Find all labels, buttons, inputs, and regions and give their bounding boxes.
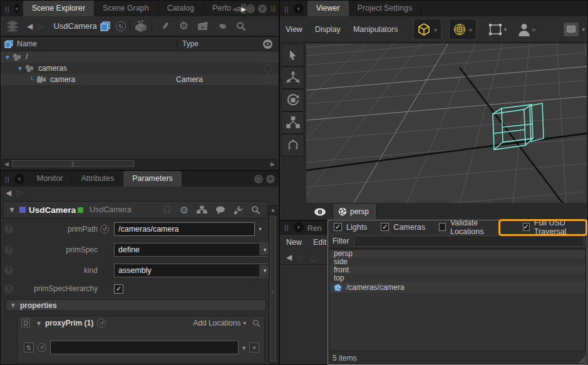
- marquee-select-icon[interactable]: [488, 23, 503, 36]
- reset-icon[interactable]: ↺: [97, 319, 106, 327]
- reset-icon[interactable]: ↺: [100, 225, 109, 234]
- pencil-icon[interactable]: [160, 21, 170, 31]
- filter-input[interactable]: [354, 235, 584, 247]
- orbit-tool-icon[interactable]: [281, 134, 304, 157]
- tree-row-camera[interactable]: └ camera Camera: [1, 74, 279, 85]
- cameras-checkbox[interactable]: ✓: [381, 223, 389, 231]
- search-icon[interactable]: [252, 319, 260, 327]
- nav-up-icon[interactable]: △: [310, 253, 316, 262]
- camera-view-tab[interactable]: persp: [333, 203, 377, 219]
- current-node-name[interactable]: UsdCamera: [53, 21, 96, 31]
- menu-view[interactable]: View: [280, 25, 308, 34]
- nav-forward-icon[interactable]: ▷: [298, 253, 304, 262]
- layers-icon[interactable]: [6, 21, 19, 32]
- search-icon[interactable]: [236, 21, 246, 31]
- panel-menu-icon[interactable]: ▼: [294, 222, 304, 232]
- horizontal-scrollbar[interactable]: ◀ || ▶: [2, 159, 277, 168]
- kind-dropdown[interactable]: assembly ▾: [114, 264, 272, 277]
- open-box-icon[interactable]: [134, 20, 148, 32]
- scrollbar-thumb[interactable]: ||: [12, 160, 134, 167]
- collapse-icon[interactable]: ▼: [10, 302, 16, 309]
- refresh-icon[interactable]: ↻: [116, 21, 126, 31]
- param-forward-icon[interactable]: ▷: [14, 188, 24, 197]
- expander-chevrons[interactable]: »: [433, 26, 437, 33]
- collapse-icon[interactable]: ▼: [36, 320, 42, 327]
- add-locations-button[interactable]: Add Locations ▾: [193, 319, 246, 327]
- param-back-icon[interactable]: ◀: [3, 188, 14, 197]
- visibility-toggle[interactable]: [264, 53, 272, 61]
- search-icon[interactable]: [251, 205, 260, 215]
- reset-icon[interactable]: ↺: [38, 343, 46, 352]
- reorder-stepper-icon[interactable]: ⇅: [24, 342, 34, 352]
- visibility-column-icon[interactable]: [256, 39, 279, 49]
- panel-menu-icon[interactable]: ▼: [294, 4, 304, 14]
- expand-arrow-icon[interactable]: ▼: [4, 54, 11, 61]
- caret-down-icon[interactable]: ▾: [504, 26, 507, 33]
- scroll-up-icon[interactable]: ▲: [269, 206, 277, 215]
- default-badge[interactable]: D: [21, 319, 30, 327]
- close-panel-icon[interactable]: ✕: [258, 4, 267, 13]
- rotate-tool-icon[interactable]: [281, 89, 304, 111]
- tab-render-fragment[interactable]: Ren: [307, 224, 322, 235]
- history-forward-icon[interactable]: ▷: [35, 22, 46, 31]
- menu-manipulators[interactable]: Manipulators: [348, 25, 404, 34]
- list-item-side[interactable]: side: [329, 258, 585, 266]
- panel-menu-icon[interactable]: ▼: [14, 174, 24, 184]
- resize-grip-icon[interactable]: [578, 356, 585, 363]
- tab-scene-graph[interactable]: Scene Graph: [94, 1, 158, 16]
- person-icon[interactable]: [518, 23, 530, 36]
- param-help-icon[interactable]: ?: [4, 245, 13, 254]
- panel-grip[interactable]: ||: [1, 5, 13, 16]
- vertical-scrollbar[interactable]: ▲: [269, 205, 277, 363]
- lights-checkbox-item[interactable]: ✓ Lights: [334, 223, 367, 232]
- gear-icon[interactable]: ⚙: [180, 204, 188, 216]
- menu-display[interactable]: Display: [309, 25, 346, 34]
- expand-arrow-icon[interactable]: ▼: [17, 65, 23, 72]
- eye-icon[interactable]: [314, 208, 326, 216]
- list-item-front[interactable]: front: [329, 266, 585, 274]
- help-icon[interactable]: ?: [163, 205, 172, 214]
- scale-tool-icon[interactable]: [281, 111, 304, 134]
- tab-scroll-right-icon[interactable]: ▶: [241, 4, 246, 14]
- properties-section-header[interactable]: ▼ properties: [6, 299, 266, 311]
- panel-grip[interactable]: ||: [280, 5, 292, 16]
- wrench-icon[interactable]: [234, 205, 243, 215]
- tab-monitor[interactable]: Monitor: [28, 171, 73, 187]
- tree-row-root[interactable]: ▼ /: [1, 51, 279, 63]
- lighting-mode-button[interactable]: »: [449, 19, 477, 40]
- hierarchy-icon[interactable]: [197, 206, 207, 213]
- tab-scene-explorer[interactable]: Scene Explorer: [23, 1, 94, 16]
- validate-locations-checkbox-item[interactable]: Validate Locations: [439, 218, 501, 236]
- scroll-left-icon[interactable]: ◀: [3, 161, 11, 167]
- param-help-icon[interactable]: ?: [4, 284, 13, 293]
- scroll-right-icon[interactable]: ▶: [269, 161, 277, 167]
- list-item-camera[interactable]: /cameras/camera: [329, 282, 585, 293]
- viewport[interactable]: [306, 44, 587, 204]
- collapse-node-icon[interactable]: ▼: [8, 205, 16, 214]
- sync-arrows-icon[interactable]: [217, 22, 228, 31]
- usd-layers-icon[interactable]: [100, 21, 111, 31]
- caret-down-icon[interactable]: ▾: [242, 344, 245, 351]
- tree-row-cameras[interactable]: ▼ cameras: [1, 63, 279, 74]
- node-name[interactable]: UsdCamera: [29, 205, 76, 215]
- expander-chevrons[interactable]: »: [469, 26, 473, 33]
- shading-mode-button[interactable]: »: [413, 19, 441, 40]
- select-tool-icon[interactable]: [281, 44, 304, 66]
- primpath-menu-icon[interactable]: ▾: [259, 225, 262, 232]
- primspechierarchy-checkbox[interactable]: ✓: [114, 284, 123, 294]
- panel-menu-icon[interactable]: ▼: [14, 4, 19, 14]
- visibility-toggle[interactable]: [264, 64, 272, 73]
- param-help-icon[interactable]: ?: [4, 225, 13, 234]
- list-item-top[interactable]: top: [329, 274, 585, 282]
- comment-icon[interactable]: [215, 206, 225, 214]
- nav-back-icon[interactable]: ◀: [286, 253, 292, 262]
- translate-tool-icon[interactable]: [281, 66, 304, 89]
- gear-icon[interactable]: ⚙: [179, 19, 188, 33]
- tab-attributes[interactable]: Attributes: [72, 171, 123, 187]
- proxyprim-value-input[interactable]: [50, 341, 239, 354]
- tab-project-settings[interactable]: Project Settings: [349, 1, 422, 16]
- lights-checkbox[interactable]: ✓: [334, 223, 342, 231]
- tab-scroll-left-icon[interactable]: ◀: [232, 4, 237, 14]
- column-type[interactable]: Type: [177, 39, 256, 48]
- primpath-input[interactable]: [114, 222, 255, 236]
